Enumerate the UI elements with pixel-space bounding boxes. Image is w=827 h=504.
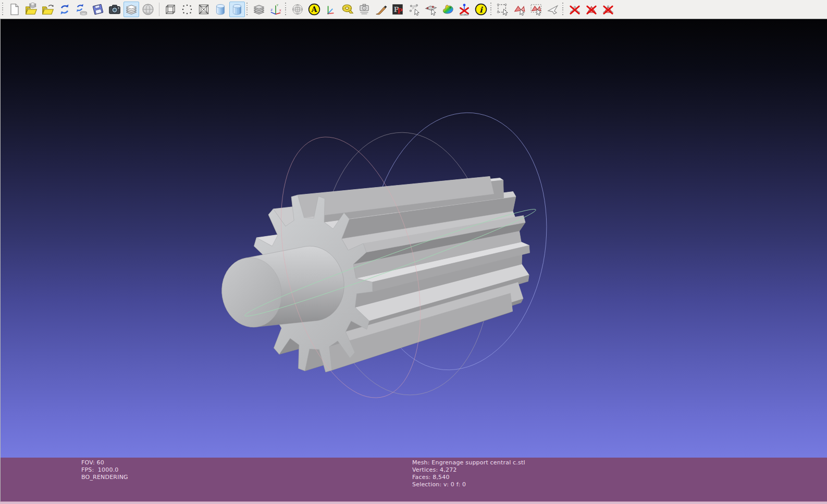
- point-align-icon: [408, 3, 421, 16]
- select-faces-icon: [513, 3, 526, 16]
- reload-mesh-icon: [58, 3, 71, 16]
- 3d-viewport[interactable]: FOV: 60FPS: 1000.0BO_RENDERING Mesh: Eng…: [0, 19, 827, 501]
- delete-selected-faces-button[interactable]: [584, 2, 599, 17]
- draw-smooth-icon: [214, 3, 227, 16]
- mesh-status-line-2: Vertices: 4,272: [412, 466, 525, 474]
- show-layer-dialog-button[interactable]: [124, 2, 139, 17]
- open-project-icon: [24, 3, 38, 16]
- svg-text:X: X: [279, 9, 281, 12]
- render-status-line-1: FOV: 60: [81, 459, 128, 466]
- z-painting-icon: [374, 3, 388, 16]
- mesh-status: Mesh: Engrenage support central c.stlVer…: [412, 459, 525, 488]
- svg-text:A: A: [311, 5, 318, 14]
- draw-bbox-icon: [164, 3, 177, 16]
- draw-flat-icon: [230, 3, 244, 16]
- import-mesh-button[interactable]: [40, 2, 56, 17]
- new-document-button[interactable]: [7, 2, 22, 17]
- window-bottom-edge: [0, 501, 827, 504]
- import-mesh-icon: [41, 3, 55, 16]
- quality-mapper-icon: [441, 3, 454, 16]
- align-pair-button[interactable]: [423, 2, 439, 17]
- raster-alignment-button[interactable]: [356, 2, 372, 17]
- raster-alignment-icon: [357, 3, 371, 16]
- meshlab-window: YZXAPPGEOREFi FOV: 60FPS: 1000.0BO_RENDE…: [0, 0, 827, 504]
- georeference-icon: GEOREF: [458, 3, 471, 16]
- photo-texturing-button[interactable]: PP: [390, 2, 405, 17]
- manipulator-axes-button[interactable]: [323, 2, 339, 17]
- manipulator-axes-icon: [324, 3, 338, 16]
- save-mesh-icon: [91, 3, 105, 16]
- snapshot-button[interactable]: [107, 2, 122, 17]
- delete-selected-vertices-button[interactable]: [567, 2, 583, 17]
- layer-info-icon: i: [474, 3, 488, 16]
- reload-all-icon: [75, 3, 88, 16]
- raster-globe-icon: [141, 3, 155, 16]
- z-painting-button[interactable]: [373, 2, 389, 17]
- trackball-globe-button[interactable]: [290, 2, 305, 17]
- render-status: FOV: 60FPS: 1000.0BO_RENDERING: [81, 459, 128, 481]
- delete-selected-vertices-icon: [568, 3, 582, 16]
- select-arrow-icon: [546, 3, 560, 16]
- select-arrow-button[interactable]: [545, 2, 561, 17]
- select-rect-icon: [496, 3, 510, 16]
- visible-layers-button[interactable]: [251, 2, 267, 17]
- new-document-icon: [8, 3, 21, 16]
- show-axis-button[interactable]: YZX: [268, 2, 283, 17]
- show-axis-icon: YZX: [269, 3, 282, 16]
- draw-wireframe-button[interactable]: [196, 2, 212, 17]
- align-pair-icon: [424, 3, 438, 16]
- delete-selected-all-button[interactable]: [600, 2, 616, 17]
- layer-info-button[interactable]: i: [473, 2, 489, 17]
- reload-mesh-button[interactable]: [57, 2, 72, 17]
- select-faces-button[interactable]: [512, 2, 527, 17]
- point-align-button[interactable]: [406, 2, 422, 17]
- quality-mapper-button[interactable]: [440, 2, 455, 17]
- delete-selected-faces-icon: [585, 3, 598, 16]
- svg-text:GEOREF: GEOREF: [460, 14, 469, 16]
- render-status-line-2: FPS: 1000.0: [81, 466, 128, 474]
- select-faces-rect-button[interactable]: [528, 2, 544, 17]
- delete-selected-all-icon: [601, 3, 615, 16]
- toolbar-drag-handle[interactable]: [562, 3, 564, 16]
- save-mesh-button[interactable]: [90, 2, 106, 17]
- photo-texturing-icon: PP: [391, 3, 404, 16]
- toolbar-drag-handle[interactable]: [246, 3, 249, 16]
- trackball-globe-icon: [291, 3, 304, 16]
- draw-bbox-button[interactable]: [163, 2, 178, 17]
- mesh-status-line-4: Selection: v: 0 f: 0: [412, 481, 525, 488]
- draw-smooth-button[interactable]: [213, 2, 228, 17]
- show-layer-dialog-icon: [125, 3, 138, 16]
- open-project-button[interactable]: [23, 2, 39, 17]
- measuring-tape-button[interactable]: [340, 2, 355, 17]
- draw-wireframe-icon: [197, 3, 211, 16]
- gl-scene[interactable]: [1, 19, 827, 501]
- toolbar-drag-handle[interactable]: [285, 3, 287, 16]
- raster-globe-button[interactable]: [140, 2, 156, 17]
- select-faces-rect-icon: [529, 3, 543, 16]
- svg-text:Y: Y: [276, 4, 279, 7]
- draw-flat-button[interactable]: [229, 2, 245, 17]
- reload-all-button[interactable]: [73, 2, 89, 17]
- draw-points-button[interactable]: [179, 2, 195, 17]
- toolbar-separator: [159, 3, 159, 16]
- gear-mesh: [222, 177, 530, 372]
- text-annotation-button[interactable]: A: [306, 2, 322, 17]
- mesh-status-line-3: Faces: 8,540: [412, 474, 525, 481]
- visible-layers-icon: [252, 3, 266, 16]
- mesh-status-line-1: Mesh: Engrenage support central c.stl: [412, 459, 525, 466]
- toolbar-drag-handle[interactable]: [2, 3, 4, 16]
- georeference-button[interactable]: GEOREF: [456, 2, 472, 17]
- text-annotation-icon: A: [307, 3, 321, 16]
- measuring-tape-icon: [341, 3, 354, 16]
- status-overlay: FOV: 60FPS: 1000.0BO_RENDERING Mesh: Eng…: [1, 458, 827, 501]
- snapshot-icon: [108, 3, 121, 16]
- select-rect-button[interactable]: [495, 2, 511, 17]
- main-toolbar: YZXAPPGEOREFi: [0, 0, 827, 19]
- svg-text:P: P: [397, 7, 402, 15]
- draw-points-icon: [180, 3, 194, 16]
- toolbar-drag-handle[interactable]: [490, 3, 492, 16]
- svg-text:Z: Z: [270, 8, 273, 11]
- render-status-line-3: BO_RENDERING: [81, 474, 128, 481]
